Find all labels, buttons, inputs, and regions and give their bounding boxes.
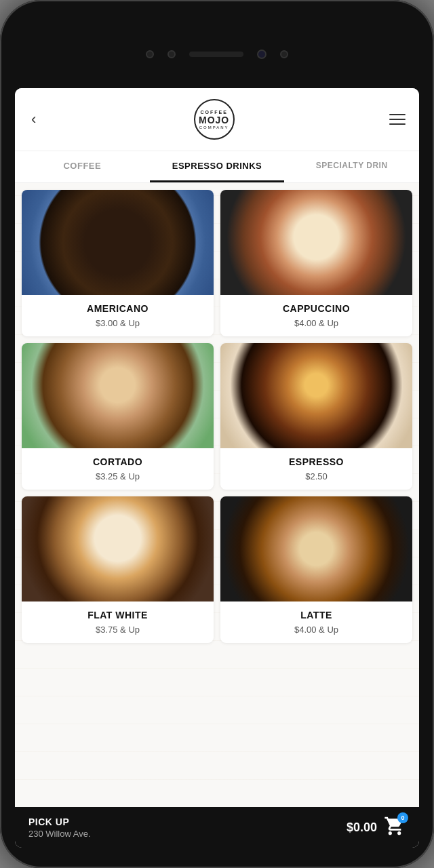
- cappuccino-image: [220, 190, 412, 295]
- menu-item-cappuccino[interactable]: CAPPUCCINO $4.00 & Up: [220, 190, 412, 336]
- espresso-info: ESPRESSO $2.50: [220, 448, 412, 490]
- menu-item-flat-white[interactable]: FLAT WHITE $3.75 & Up: [22, 496, 214, 643]
- pickup-address: 230 Willow Ave.: [28, 829, 91, 839]
- phone-screen: ‹ COFFEE MOJO COMPANY COFFEE ESPRESSO DR…: [15, 88, 419, 848]
- cappuccino-price: $4.00 & Up: [227, 318, 406, 328]
- espresso-name: ESPRESSO: [227, 456, 406, 467]
- menu-items-grid: AMERICANO $3.00 & Up CAPPUCCINO $4.00 & …: [15, 183, 419, 650]
- americano-price: $3.00 & Up: [28, 318, 207, 328]
- cart-badge: 0: [397, 812, 408, 823]
- cart-section: $0.00 0: [347, 815, 406, 840]
- logo-mojo: MOJO: [199, 115, 229, 125]
- cortado-name: CORTADO: [28, 456, 207, 467]
- cappuccino-info: CAPPUCCINO $4.00 & Up: [220, 295, 412, 336]
- americano-name: AMERICANO: [28, 303, 207, 314]
- flat-white-image: [22, 496, 214, 601]
- phone-frame: ‹ COFFEE MOJO COMPANY COFFEE ESPRESSO DR…: [0, 0, 434, 868]
- latte-price: $4.00 & Up: [227, 625, 406, 635]
- camera-dot: [146, 50, 154, 58]
- menu-line-3: [389, 123, 406, 125]
- hamburger-menu-button[interactable]: [389, 114, 406, 125]
- flat-white-price: $3.75 & Up: [28, 625, 207, 635]
- menu-item-cortado[interactable]: CORTADO $3.25 & Up: [22, 343, 214, 490]
- speaker: [189, 52, 243, 57]
- menu-item-espresso[interactable]: ESPRESSO $2.50: [220, 343, 412, 490]
- espresso-price: $2.50: [227, 471, 406, 481]
- logo-text-top: COFFEE: [200, 110, 227, 115]
- tab-espresso-drinks[interactable]: ESPRESSO DRINKS: [150, 151, 285, 182]
- cart-button[interactable]: 0: [384, 815, 406, 840]
- flat-white-info: FLAT WHITE $3.75 & Up: [22, 601, 214, 643]
- flat-white-name: FLAT WHITE: [28, 610, 207, 620]
- latte-info: LATTE $4.00 & Up: [220, 601, 412, 643]
- front-camera: [257, 50, 267, 59]
- menu-item-latte[interactable]: LATTE $4.00 & Up: [220, 496, 412, 643]
- americano-info: AMERICANO $3.00 & Up: [22, 295, 214, 336]
- americano-image: [22, 190, 214, 295]
- camera-dot-2: [167, 50, 176, 58]
- pickup-label: PICK UP: [28, 816, 91, 827]
- cortado-image: [22, 343, 214, 448]
- menu-content: AMERICANO $3.00 & Up CAPPUCCINO $4.00 & …: [15, 183, 419, 807]
- tab-coffee[interactable]: COFFEE: [15, 151, 150, 182]
- phone-top-bar: [0, 0, 434, 88]
- camera-dot-3: [280, 50, 288, 58]
- bottom-bar: PICK UP 230 Willow Ave. $0.00 0: [15, 807, 419, 848]
- cappuccino-name: CAPPUCCINO: [227, 303, 406, 314]
- tab-specialty-drinks[interactable]: SPECIALTY DRIN: [284, 151, 419, 182]
- cortado-info: CORTADO $3.25 & Up: [22, 448, 214, 490]
- latte-image: [220, 496, 412, 601]
- app-header: ‹ COFFEE MOJO COMPANY: [15, 88, 419, 151]
- pickup-info: PICK UP 230 Willow Ave.: [28, 816, 91, 839]
- back-button[interactable]: ‹: [28, 108, 39, 131]
- cart-total: $0.00: [347, 821, 377, 835]
- menu-item-americano[interactable]: AMERICANO $3.00 & Up: [22, 190, 214, 336]
- tabs-container: COFFEE ESPRESSO DRINKS SPECIALTY DRIN: [15, 151, 419, 183]
- menu-line-1: [389, 114, 406, 115]
- latte-name: LATTE: [227, 610, 406, 620]
- menu-line-2: [389, 119, 406, 120]
- cortado-price: $3.25 & Up: [28, 471, 207, 481]
- logo-text-bottom: COMPANY: [199, 125, 229, 130]
- app-logo: COFFEE MOJO COMPANY: [194, 99, 235, 140]
- espresso-image: [220, 343, 412, 448]
